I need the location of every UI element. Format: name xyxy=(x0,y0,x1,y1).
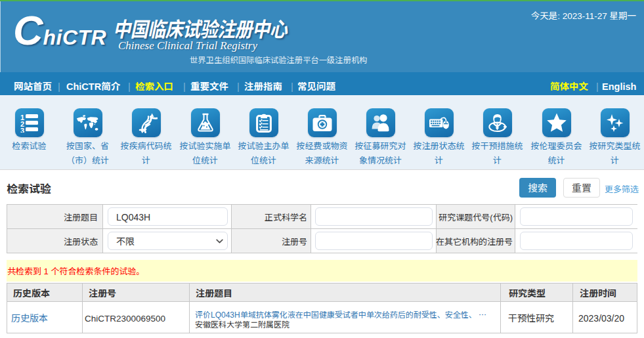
svg-text:3: 3 xyxy=(20,127,24,133)
